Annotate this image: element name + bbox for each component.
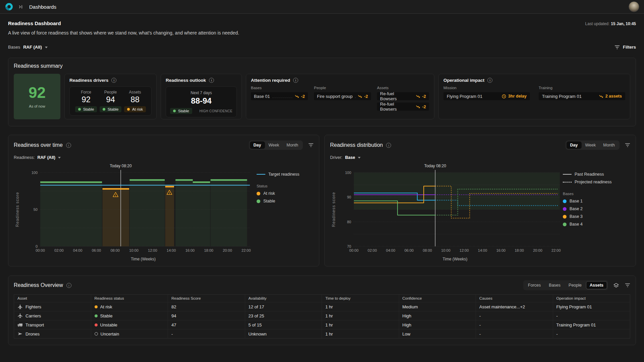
svg-text:02:00: 02:00 xyxy=(368,248,377,252)
readiness-series-dropdown[interactable]: Readiness: RAF (All) xyxy=(14,155,314,160)
info-icon[interactable] xyxy=(209,78,214,83)
table-row-asset: Drones xyxy=(14,329,91,338)
dotted-leader xyxy=(355,98,356,98)
info-icon[interactable] xyxy=(111,78,116,83)
svg-text:100: 100 xyxy=(345,171,351,175)
svg-text:22:00: 22:00 xyxy=(241,248,251,252)
info-icon[interactable] xyxy=(386,143,391,148)
attention-item[interactable]: Fire support group-2 xyxy=(314,92,371,100)
svg-text:04:00: 04:00 xyxy=(73,248,83,252)
impact-text: 3hr delay xyxy=(508,94,527,99)
tab-bases[interactable]: Bases xyxy=(545,281,564,289)
filters-button[interactable]: Filters xyxy=(614,45,636,50)
time-range-toggle: DayWeekMonth xyxy=(566,140,620,150)
clock-icon xyxy=(502,94,506,99)
table-cell-score: 82 xyxy=(168,302,245,311)
attention-item[interactable]: Re-fuel Bowsers-2 xyxy=(377,92,429,100)
driver-dropdown-label: Driver: xyxy=(330,155,342,160)
operational-item[interactable]: Training Program 012 assets xyxy=(539,92,625,100)
toggle-week[interactable]: Week xyxy=(265,141,283,149)
page-title: Readiness Dashboard xyxy=(8,20,239,26)
tab-forces[interactable]: Forces xyxy=(524,281,544,289)
time-range-toggle: DayWeekMonth xyxy=(249,140,303,150)
svg-text:00:00: 00:00 xyxy=(36,248,45,252)
filter-icon[interactable] xyxy=(625,283,630,287)
asset-name: Carriers xyxy=(25,313,41,318)
table-cell-time-to-deploy: 1 hr xyxy=(322,320,399,329)
svg-text:12:00: 12:00 xyxy=(148,248,157,252)
chevron-down-icon xyxy=(45,47,48,50)
legend-stable-label: Stable xyxy=(263,199,275,203)
svg-text:90: 90 xyxy=(347,195,351,199)
status-badge: At risk xyxy=(124,106,146,112)
attention-item[interactable]: Base 01-2 xyxy=(251,92,308,100)
tab-assets[interactable]: Assets xyxy=(586,281,607,289)
column-header: Operation impact xyxy=(553,295,630,302)
legend-at-risk-label: At risk xyxy=(263,191,275,196)
aircraft-icon xyxy=(17,313,23,318)
asset-name: Fighters xyxy=(25,304,41,309)
outlook-period: Next 7 days xyxy=(170,90,232,95)
tab-people[interactable]: People xyxy=(565,281,585,289)
filter-row: Bases RAF (All) Filters xyxy=(8,45,636,50)
column-header: Asset xyxy=(14,295,91,302)
drivers-metrics: Force92StablePeople94StableAssets88At ri… xyxy=(69,86,152,116)
toggle-month[interactable]: Month xyxy=(599,141,619,149)
page-subtitle: A live view of force readiness that show… xyxy=(8,30,239,36)
filter-icon[interactable] xyxy=(308,143,314,147)
filter-icon[interactable] xyxy=(625,143,630,147)
toggle-month[interactable]: Month xyxy=(283,141,302,149)
status-dot-icon xyxy=(95,305,98,308)
base-label: Base 2 xyxy=(570,206,583,211)
asset-name: Transport xyxy=(25,322,44,327)
info-icon[interactable] xyxy=(293,78,298,83)
svg-text:!: ! xyxy=(115,194,116,197)
driver-dropdown[interactable]: Driver: Base xyxy=(330,155,630,160)
table-tabs: ForcesBasesPeopleAssets xyxy=(523,280,608,290)
attention-item-name: Re-fuel Bowsers xyxy=(380,102,411,112)
attention-required-title: Attention required xyxy=(251,78,290,83)
table-cell-confidence: Medium xyxy=(399,302,476,311)
table-cell-score: 47 xyxy=(168,320,245,329)
column-header: Availability xyxy=(245,295,322,302)
top-bar: Dashboards xyxy=(0,0,644,14)
app-logo-icon[interactable] xyxy=(5,2,13,11)
bases-dropdown[interactable]: Bases RAF (All) xyxy=(8,45,48,50)
svg-text:06:00: 06:00 xyxy=(405,248,414,252)
readiness-outlook-card: Readiness outlook Next 7 days 88-94 Stab… xyxy=(161,74,242,119)
attention-item-delta: -2 xyxy=(301,94,305,99)
attention-item-delta: -2 xyxy=(422,104,426,109)
page: Readiness Dashboard A live view of force… xyxy=(0,20,644,345)
dotted-leader xyxy=(272,98,293,98)
base-label: Base 4 xyxy=(570,222,583,227)
user-avatar[interactable] xyxy=(629,1,639,12)
app-title: Dashboards xyxy=(29,4,56,10)
toggle-day[interactable]: Day xyxy=(567,141,582,149)
readiness-outlook-title: Readiness outlook xyxy=(166,78,206,83)
today-label: Today 08:20 xyxy=(110,164,132,168)
bases-legend-items: Base 1Base 2Base 3Base 4 xyxy=(563,199,629,227)
table-cell-causes: - xyxy=(476,311,553,320)
filter-icon xyxy=(614,45,620,49)
svg-text:16:00: 16:00 xyxy=(185,248,195,252)
legend-bases-label: Bases xyxy=(563,192,629,196)
operational-item[interactable]: Flying Program 013hr delay xyxy=(443,92,530,100)
legend-item-base-1: Base 1 xyxy=(563,199,629,203)
info-icon[interactable] xyxy=(66,143,71,148)
table-cell-status: Uncertain xyxy=(91,329,168,338)
table-cell-confidence: High xyxy=(399,320,476,329)
toggle-day[interactable]: Day xyxy=(250,141,265,149)
attention-item[interactable]: Re-fuel Bowsers-2 xyxy=(377,103,429,111)
table-cell-confidence: High xyxy=(399,311,476,320)
info-icon[interactable] xyxy=(487,78,492,83)
layers-icon[interactable] xyxy=(613,283,619,288)
operational-item-name: Flying Program 01 xyxy=(447,94,482,99)
legend-status-label: Status xyxy=(257,184,313,188)
status-dot-icon xyxy=(173,110,176,112)
truck-icon xyxy=(17,322,23,327)
page-header: Readiness Dashboard A live view of force… xyxy=(8,20,636,36)
info-icon[interactable] xyxy=(66,283,71,288)
table-row-asset: Carriers xyxy=(14,311,91,320)
sidebar-expand-icon[interactable] xyxy=(18,4,23,9)
toggle-week[interactable]: Week xyxy=(582,141,600,149)
